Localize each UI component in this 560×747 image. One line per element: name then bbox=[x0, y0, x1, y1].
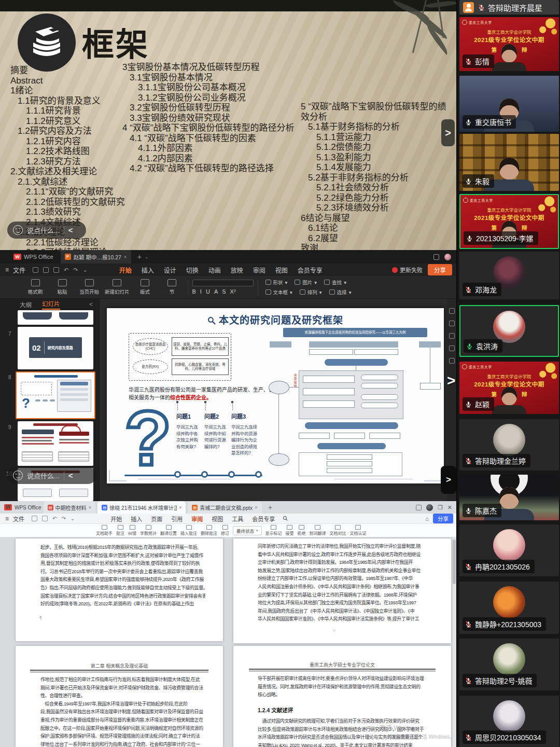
participant-tile[interactable]: 袁洪涛 bbox=[459, 305, 559, 357]
print-icon[interactable] bbox=[42, 516, 48, 521]
edit-pane-icon[interactable] bbox=[449, 345, 455, 351]
participant-tile[interactable]: 邓海龙 bbox=[459, 252, 559, 299]
ribbon-button[interactable]: 新建幻灯片 bbox=[105, 279, 130, 295]
share-button[interactable]: 分享 bbox=[428, 264, 452, 275]
ribbon-button[interactable]: 格式刷 bbox=[24, 279, 47, 295]
close-tab-icon[interactable]: × bbox=[179, 505, 181, 510]
chevron-down-icon[interactable]: ⌄ bbox=[145, 254, 149, 259]
redo-icon[interactable]: ↷ bbox=[73, 267, 78, 273]
panel-collapse-icon[interactable]: < bbox=[89, 301, 99, 308]
save-icon[interactable] bbox=[33, 267, 38, 273]
participant-tile[interactable]: 重庆工商大学 重庆工商大学会计学院 2021级专业学位论文中期 第辩 bbox=[459, 362, 559, 414]
quick-access-icons[interactable]: ↶ ↷ ⌄ bbox=[32, 516, 75, 521]
participant-tile[interactable]: 周思贝20210305034 bbox=[459, 696, 559, 747]
ribbon-button[interactable]: 文档对比 bbox=[330, 525, 346, 536]
ribbon-button[interactable]: 节 bbox=[161, 279, 184, 295]
animation-pane-icon[interactable] bbox=[449, 308, 455, 314]
layout-icon[interactable] bbox=[416, 505, 422, 510]
participant-tile[interactable]: 魏静静+2021305003 bbox=[459, 582, 559, 634]
close-icon[interactable]: ✕ bbox=[447, 504, 452, 511]
ribbon-button[interactable]: 修订 bbox=[221, 525, 229, 536]
share-button[interactable]: 分享 bbox=[433, 514, 453, 523]
document-page-1-right[interactable]: 同年新修订的宪法确立了审计的法律地位,我国开始实行独立的审计评价监督制度,随着中… bbox=[233, 538, 451, 643]
next-slide-arrow[interactable]: > bbox=[441, 119, 455, 146]
emoji-icon[interactable] bbox=[13, 225, 23, 235]
ribbon-button[interactable]: 批注 bbox=[116, 525, 124, 536]
font-style-button[interactable]: B bbox=[192, 288, 196, 295]
ribbon-tab[interactable]: 设计 bbox=[163, 264, 177, 276]
select-button[interactable]: 选择 ▾ bbox=[329, 288, 352, 296]
ribbon-tab[interactable]: 审阅 bbox=[253, 264, 266, 276]
ribbon-tab[interactable]: 开始 bbox=[119, 264, 132, 276]
chat-placeholder[interactable]: 说点什么... bbox=[27, 471, 60, 480]
document-tab[interactable]: ▤ 中期检查材料 × bbox=[44, 501, 96, 514]
star-icon[interactable] bbox=[449, 321, 455, 326]
font-style-button[interactable]: U bbox=[206, 288, 210, 295]
ribbon-tab[interactable]: 会员专享 bbox=[251, 513, 275, 524]
ribbon-tab[interactable]: 动画 bbox=[208, 264, 221, 276]
image-button[interactable]: 图片 ▾ bbox=[295, 279, 317, 286]
wps-logo[interactable]: WWPS Office bbox=[0, 504, 41, 510]
ribbon-tab[interactable]: 会员专享 bbox=[297, 264, 323, 276]
print-icon[interactable] bbox=[43, 267, 49, 273]
markup-state-dropdown[interactable]: 最终状态▾ bbox=[233, 526, 262, 535]
document-tab[interactable]: P 赵颖 期中…报10.27 × bbox=[61, 250, 131, 264]
slides-tab[interactable]: 幻灯片 bbox=[42, 299, 60, 310]
collapse-icon[interactable]: < bbox=[68, 471, 73, 480]
chat-input-pill[interactable]: 说点什么... < bbox=[7, 467, 96, 484]
participant-tile[interactable]: 朱毅 bbox=[459, 134, 559, 191]
restore-icon[interactable]: ❐ bbox=[438, 504, 443, 511]
undo-icon[interactable]: ↶ bbox=[52, 516, 57, 521]
participant-tile[interactable]: 重庆工商大学 重庆工商大学会计学院 2021级专业学位论文中期 第辩 bbox=[459, 17, 559, 71]
participant-tile[interactable]: 答辩助理2号-姚薇 bbox=[459, 639, 559, 690]
emoji-icon[interactable] bbox=[13, 471, 23, 480]
find-button[interactable]: 查找 ▾ bbox=[324, 279, 346, 286]
preview-icon[interactable] bbox=[53, 267, 59, 273]
participant-tile[interactable]: 答辩助理齐晨星 bbox=[459, 0, 559, 15]
wps-logo[interactable]: WWPS Office bbox=[0, 254, 53, 260]
undo-icon[interactable]: ↶ bbox=[64, 267, 68, 273]
participant-tile[interactable]: 重交唐恒书 bbox=[459, 76, 559, 132]
participant-tile[interactable]: 答辩助理金兰婷 bbox=[459, 419, 559, 471]
close-tab-icon[interactable]: × bbox=[89, 505, 92, 510]
slide-thumbnail-9[interactable] bbox=[18, 421, 93, 466]
document-area[interactable]: 起步。王帆、钱晴(2019)根据2015年的数据研究指出,在政策跟踪审计开展一年… bbox=[0, 537, 456, 747]
chevron-down-icon[interactable]: ⌄ bbox=[71, 516, 75, 521]
ribbon-button[interactable]: 接受 bbox=[286, 525, 294, 536]
sidebar-collapse-icon[interactable]: > bbox=[447, 372, 455, 389]
ribbon-tab[interactable]: 视图 bbox=[275, 264, 288, 276]
font-style-button[interactable]: S bbox=[222, 288, 226, 295]
chevron-down-icon[interactable]: ⌄ bbox=[82, 267, 87, 273]
slide-thumbnail-8-selected[interactable]: ? bbox=[16, 371, 95, 419]
document-page-2-left[interactable]: 第二章 相关概念及理论基础 作地位,规范了相应的审计工作指南与行为准则,标志着我… bbox=[16, 646, 223, 747]
close-tab-icon[interactable]: × bbox=[124, 254, 127, 260]
file-menu[interactable]: 文件 bbox=[13, 515, 24, 523]
ribbon-button[interactable]: 字数统计 bbox=[140, 525, 157, 536]
close-tab-icon[interactable]: × bbox=[255, 505, 258, 510]
participant-tile[interactable]: 重庆工商大学 重庆工商大学会计学院 2021级专业学位论文中期 第辩 bbox=[459, 194, 559, 249]
ribbon-tab[interactable]: 审阅 bbox=[191, 513, 203, 524]
layout-pane-icon[interactable] bbox=[449, 333, 455, 339]
quick-access-icons[interactable]: ↶ ↷ ⌄ bbox=[33, 267, 88, 273]
ribbon-button[interactable]: 版式 bbox=[134, 279, 157, 295]
participant-tile[interactable]: 冉聃2021305026 bbox=[459, 524, 559, 576]
hamburger-icon[interactable]: ≡ bbox=[5, 266, 9, 273]
collapse-icon[interactable]: < bbox=[68, 226, 73, 234]
shapes-button[interactable]: 形状 ▾ bbox=[265, 279, 288, 286]
font-style-button[interactable]: I bbox=[200, 288, 202, 295]
ribbon-button[interactable]: 翻译位置 bbox=[160, 525, 177, 536]
slide-thumbnail-7[interactable]: 02 研究内容及思路 bbox=[18, 327, 93, 369]
ribbon-button[interactable]: 粘贴 bbox=[51, 279, 74, 295]
ribbon-button[interactable]: 删除批注 bbox=[201, 525, 217, 536]
save-icon[interactable] bbox=[32, 516, 37, 521]
home-icon[interactable]: ⌂ bbox=[425, 516, 429, 522]
outline-tab[interactable]: 大纲 bbox=[20, 300, 32, 309]
arrange-button[interactable]: 排列 ▾ bbox=[300, 288, 322, 296]
participant-tile[interactable]: 陈嘉杰 bbox=[459, 475, 559, 520]
ribbon-button[interactable]: 当页开始 bbox=[78, 279, 101, 295]
hamburger-icon[interactable]: ≡ bbox=[5, 515, 9, 522]
ribbon-button[interactable]: 文档助手 bbox=[96, 525, 113, 536]
history-icon[interactable] bbox=[449, 358, 455, 364]
search-icon[interactable] bbox=[283, 516, 288, 521]
font-style-button[interactable]: X² bbox=[230, 288, 236, 295]
